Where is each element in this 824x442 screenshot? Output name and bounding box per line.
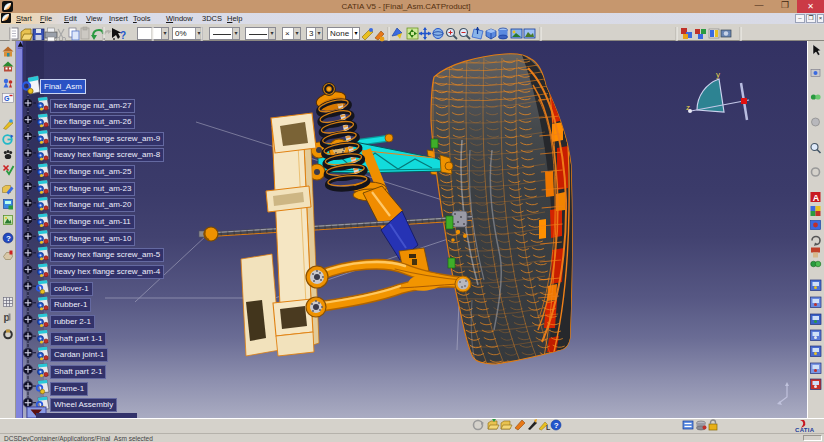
svg-text:z: z (686, 103, 690, 112)
svg-text:y: y (716, 70, 720, 79)
